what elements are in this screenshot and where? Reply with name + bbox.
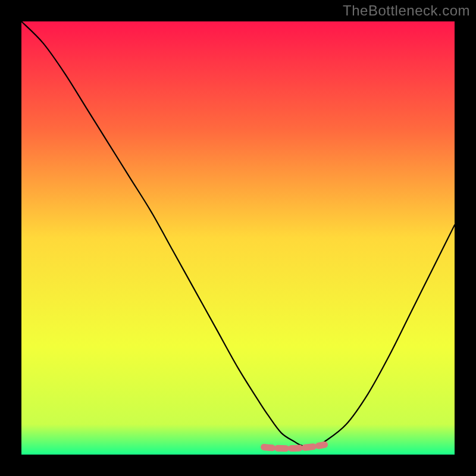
chart-frame: TheBottleneck.com	[0, 0, 476, 476]
plot-svg	[21, 21, 455, 455]
plot-area	[21, 21, 455, 455]
gradient-background	[21, 21, 455, 455]
watermark-text: TheBottleneck.com	[343, 2, 470, 19]
flat-region-markers	[264, 444, 325, 448]
